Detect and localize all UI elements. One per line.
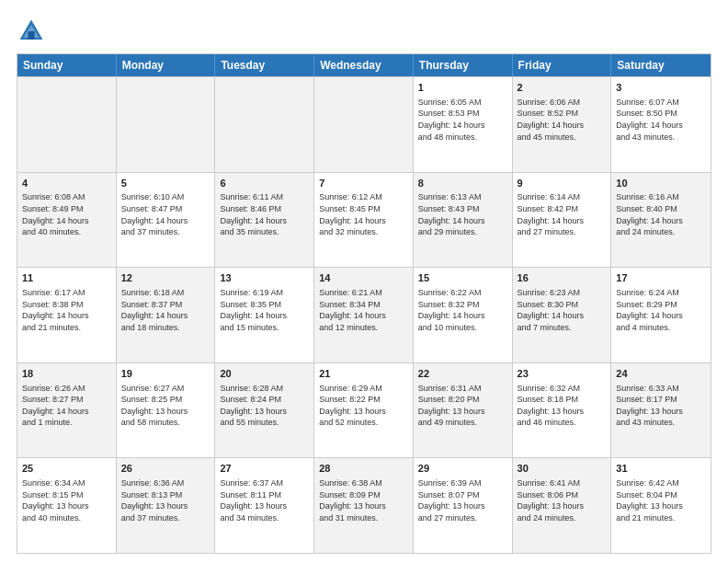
cal-cell-19: 19Sunrise: 6:27 AMSunset: 8:25 PMDayligh… — [117, 363, 216, 458]
day-number: 6 — [220, 177, 309, 190]
cal-cell-9: 9Sunrise: 6:14 AMSunset: 8:42 PMDaylight… — [513, 173, 612, 268]
col-header-wednesday: Wednesday — [314, 54, 414, 76]
calendar-header-row: SundayMondayTuesdayWednesdayThursdayFrid… — [17, 54, 711, 76]
day-number: 28 — [319, 462, 408, 476]
cal-cell-empty-0-1 — [117, 77, 216, 172]
day-number: 31 — [616, 462, 706, 476]
day-number: 19 — [121, 367, 210, 381]
day-number: 18 — [22, 367, 111, 381]
day-info: Sunrise: 6:23 AMSunset: 8:30 PMDaylight:… — [518, 287, 607, 333]
day-info: Sunrise: 6:28 AMSunset: 8:24 PMDaylight:… — [220, 383, 309, 429]
cal-cell-16: 16Sunrise: 6:23 AMSunset: 8:30 PMDayligh… — [513, 268, 612, 362]
day-info: Sunrise: 6:19 AMSunset: 8:35 PMDaylight:… — [220, 287, 309, 333]
calendar-body: 1Sunrise: 6:05 AMSunset: 8:53 PMDaylight… — [17, 76, 711, 553]
col-header-tuesday: Tuesday — [215, 54, 314, 76]
day-number: 23 — [518, 367, 607, 381]
day-number: 21 — [319, 367, 408, 381]
col-header-monday: Monday — [117, 54, 216, 76]
cal-cell-8: 8Sunrise: 6:13 AMSunset: 8:43 PMDaylight… — [414, 173, 513, 268]
day-info: Sunrise: 6:29 AMSunset: 8:22 PMDaylight:… — [319, 383, 408, 429]
day-info: Sunrise: 6:21 AMSunset: 8:34 PMDaylight:… — [319, 287, 408, 333]
cal-cell-22: 22Sunrise: 6:31 AMSunset: 8:20 PMDayligh… — [414, 363, 513, 458]
week-row-0: 1Sunrise: 6:05 AMSunset: 8:53 PMDaylight… — [17, 76, 711, 172]
day-number: 30 — [518, 462, 607, 476]
day-info: Sunrise: 6:18 AMSunset: 8:37 PMDaylight:… — [121, 287, 210, 333]
day-number: 1 — [418, 81, 507, 95]
day-number: 8 — [418, 177, 507, 190]
day-info: Sunrise: 6:26 AMSunset: 8:27 PMDaylight:… — [22, 383, 111, 429]
day-info: Sunrise: 6:41 AMSunset: 8:06 PMDaylight:… — [518, 477, 607, 523]
col-header-saturday: Saturday — [611, 54, 711, 76]
cal-cell-21: 21Sunrise: 6:29 AMSunset: 8:22 PMDayligh… — [314, 363, 414, 458]
day-info: Sunrise: 6:16 AMSunset: 8:40 PMDaylight:… — [616, 191, 706, 237]
cal-cell-1: 1Sunrise: 6:05 AMSunset: 8:53 PMDaylight… — [414, 77, 513, 172]
cal-cell-20: 20Sunrise: 6:28 AMSunset: 8:24 PMDayligh… — [215, 363, 314, 458]
day-number: 29 — [418, 462, 507, 476]
cal-cell-empty-0-0 — [17, 77, 117, 172]
col-header-sunday: Sunday — [17, 54, 117, 76]
col-header-friday: Friday — [513, 54, 612, 76]
day-info: Sunrise: 6:31 AMSunset: 8:20 PMDaylight:… — [418, 383, 507, 429]
calendar: SundayMondayTuesdayWednesdayThursdayFrid… — [17, 53, 711, 554]
day-info: Sunrise: 6:42 AMSunset: 8:04 PMDaylight:… — [616, 477, 706, 523]
day-info: Sunrise: 6:24 AMSunset: 8:29 PMDaylight:… — [616, 287, 706, 333]
day-number: 2 — [518, 81, 607, 95]
cal-cell-26: 26Sunrise: 6:36 AMSunset: 8:13 PMDayligh… — [117, 458, 216, 553]
day-info: Sunrise: 6:13 AMSunset: 8:43 PMDaylight:… — [418, 191, 507, 237]
week-row-3: 18Sunrise: 6:26 AMSunset: 8:27 PMDayligh… — [17, 362, 711, 458]
day-number: 17 — [616, 271, 706, 285]
day-number: 13 — [220, 271, 309, 285]
day-number: 4 — [22, 177, 111, 190]
cal-cell-24: 24Sunrise: 6:33 AMSunset: 8:17 PMDayligh… — [611, 363, 711, 458]
cal-cell-empty-0-2 — [215, 77, 314, 172]
day-number: 15 — [418, 271, 507, 285]
day-info: Sunrise: 6:27 AMSunset: 8:25 PMDaylight:… — [121, 383, 210, 429]
cal-cell-14: 14Sunrise: 6:21 AMSunset: 8:34 PMDayligh… — [314, 268, 414, 362]
cal-cell-5: 5Sunrise: 6:10 AMSunset: 8:47 PMDaylight… — [117, 173, 216, 268]
logo-icon — [17, 17, 46, 46]
cal-cell-31: 31Sunrise: 6:42 AMSunset: 8:04 PMDayligh… — [611, 458, 711, 553]
svg-rect-2 — [28, 31, 34, 40]
cal-cell-11: 11Sunrise: 6:17 AMSunset: 8:38 PMDayligh… — [17, 268, 117, 362]
day-info: Sunrise: 6:11 AMSunset: 8:46 PMDaylight:… — [220, 191, 309, 237]
day-info: Sunrise: 6:06 AMSunset: 8:52 PMDaylight:… — [518, 97, 607, 143]
day-number: 22 — [418, 367, 507, 381]
week-row-2: 11Sunrise: 6:17 AMSunset: 8:38 PMDayligh… — [17, 267, 711, 362]
week-row-4: 25Sunrise: 6:34 AMSunset: 8:15 PMDayligh… — [17, 457, 711, 553]
calendar-page: SundayMondayTuesdayWednesdayThursdayFrid… — [0, 0, 728, 563]
cal-cell-empty-0-3 — [314, 77, 414, 172]
day-info: Sunrise: 6:32 AMSunset: 8:18 PMDaylight:… — [518, 383, 607, 429]
col-header-thursday: Thursday — [414, 54, 513, 76]
day-number: 26 — [121, 462, 210, 476]
day-number: 24 — [616, 367, 706, 381]
cal-cell-4: 4Sunrise: 6:08 AMSunset: 8:49 PMDaylight… — [17, 173, 117, 268]
day-info: Sunrise: 6:34 AMSunset: 8:15 PMDaylight:… — [22, 477, 111, 523]
cal-cell-12: 12Sunrise: 6:18 AMSunset: 8:37 PMDayligh… — [117, 268, 216, 362]
day-info: Sunrise: 6:22 AMSunset: 8:32 PMDaylight:… — [418, 287, 507, 333]
cal-cell-29: 29Sunrise: 6:39 AMSunset: 8:07 PMDayligh… — [414, 458, 513, 553]
day-info: Sunrise: 6:38 AMSunset: 8:09 PMDaylight:… — [319, 477, 408, 523]
cal-cell-30: 30Sunrise: 6:41 AMSunset: 8:06 PMDayligh… — [513, 458, 612, 553]
cal-cell-2: 2Sunrise: 6:06 AMSunset: 8:52 PMDaylight… — [513, 77, 612, 172]
cal-cell-13: 13Sunrise: 6:19 AMSunset: 8:35 PMDayligh… — [215, 268, 314, 362]
day-info: Sunrise: 6:12 AMSunset: 8:45 PMDaylight:… — [319, 191, 408, 237]
cal-cell-3: 3Sunrise: 6:07 AMSunset: 8:50 PMDaylight… — [611, 77, 711, 172]
cal-cell-27: 27Sunrise: 6:37 AMSunset: 8:11 PMDayligh… — [215, 458, 314, 553]
day-info: Sunrise: 6:36 AMSunset: 8:13 PMDaylight:… — [121, 477, 210, 523]
day-number: 3 — [616, 81, 706, 95]
day-info: Sunrise: 6:07 AMSunset: 8:50 PMDaylight:… — [616, 97, 706, 143]
day-number: 14 — [319, 271, 408, 285]
day-info: Sunrise: 6:39 AMSunset: 8:07 PMDaylight:… — [418, 477, 507, 523]
day-number: 11 — [22, 271, 111, 285]
week-row-1: 4Sunrise: 6:08 AMSunset: 8:49 PMDaylight… — [17, 172, 711, 268]
logo — [17, 17, 50, 46]
day-number: 25 — [22, 462, 111, 476]
day-info: Sunrise: 6:14 AMSunset: 8:42 PMDaylight:… — [518, 191, 607, 237]
cal-cell-17: 17Sunrise: 6:24 AMSunset: 8:29 PMDayligh… — [611, 268, 711, 362]
cal-cell-7: 7Sunrise: 6:12 AMSunset: 8:45 PMDaylight… — [314, 173, 414, 268]
cal-cell-15: 15Sunrise: 6:22 AMSunset: 8:32 PMDayligh… — [414, 268, 513, 362]
day-number: 10 — [616, 177, 706, 190]
cal-cell-28: 28Sunrise: 6:38 AMSunset: 8:09 PMDayligh… — [314, 458, 414, 553]
cal-cell-25: 25Sunrise: 6:34 AMSunset: 8:15 PMDayligh… — [17, 458, 117, 553]
day-info: Sunrise: 6:05 AMSunset: 8:53 PMDaylight:… — [418, 97, 507, 143]
